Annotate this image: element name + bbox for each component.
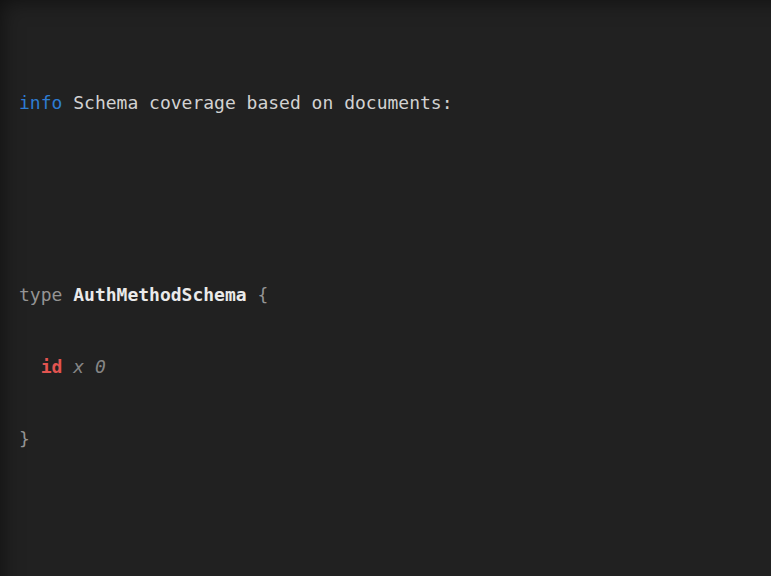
log-header-line: info Schema coverage based on documents: (19, 91, 761, 115)
type-keyword: type (19, 284, 62, 305)
close-brace: } (19, 427, 761, 451)
type-block-auth-method-schema: type AuthMethodSchema { id x 0 } (19, 235, 761, 499)
terminal-output[interactable]: info Schema coverage based on documents:… (0, 0, 771, 576)
type-declaration-line: type AuthMethodSchema { (19, 283, 761, 307)
open-brace: { (257, 284, 268, 305)
log-message: Schema coverage based on documents: (73, 92, 452, 113)
field-name: id (41, 356, 63, 377)
type-name: AuthMethodSchema (73, 284, 246, 305)
usage-count: 0 (95, 356, 106, 377)
times-symbol: x (73, 356, 84, 377)
log-level-info-badge: info (19, 92, 62, 113)
field-row: id x 0 (19, 355, 761, 379)
